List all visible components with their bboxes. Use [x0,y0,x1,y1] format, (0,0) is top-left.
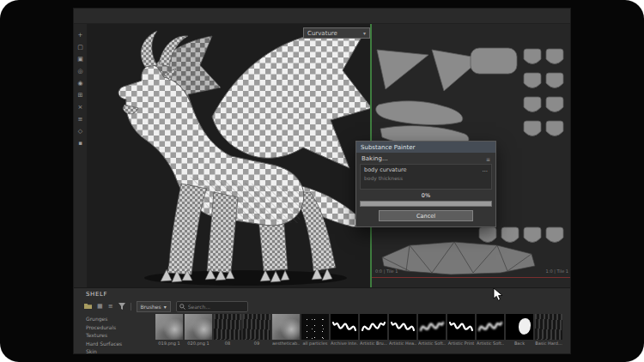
ellipsis-icon: … [483,166,489,173]
thumbnail-label: all particles [301,341,329,346]
shelf-toolbar: ▦ ≡ Brushes ▾ [84,300,248,312]
list-view-icon[interactable]: ≡ [108,304,113,310]
app-titlebar [74,9,570,24]
shelf-thumbnail[interactable]: Back [506,314,533,346]
toolbar-separator [131,303,131,311]
thumbnail-label: Artistic Soft... [418,341,446,346]
thumbnail-image [389,314,416,340]
tools-toolbar: + ▢ ▣ ◎ ◉ ⊞ × ≡ ◇ ▪ [74,24,87,287]
thumbnail-label: Artistic Bru... [360,341,387,346]
dialog-titlebar[interactable]: Substance Painter [356,142,495,153]
shelf-thumbnail[interactable]: 020.png 1 [185,314,212,346]
app-window: + ▢ ▣ ◎ ◉ ⊞ × ≡ ◇ ▪ [73,8,571,354]
grid-view-icon[interactable]: ▦ [97,304,103,310]
chevron-down-icon: ▾ [363,30,366,36]
channel-dropdown-label: Curvature [307,30,337,37]
close-tool-icon[interactable]: × [78,105,83,111]
shelf-thumbnail[interactable]: Artistic Bru... [360,314,387,346]
shelf-categories: Grunges Procedurals Textures Hard Surfac… [86,316,122,354]
thumbnail-label: 08 [214,341,241,346]
thumbnail-image [506,314,533,340]
device-frame: + ▢ ▣ ◎ ◉ ⊞ × ≡ ◇ ▪ [0,0,644,362]
dialog-title: Substance Painter [361,144,415,151]
shelf-thumbnail[interactable]: Archive Inte... [331,314,358,346]
thumbnail-label: Archive Inte... [331,341,358,346]
shelf-thumbnail[interactable]: 019.png 1 [155,314,183,346]
shelf-thumbnail[interactable]: Artistic Soft... [477,314,504,346]
thumbnail-image [360,314,387,340]
cancel-button[interactable]: Cancel [379,210,473,221]
viewport-3d[interactable]: Curvature ▾ [87,24,370,287]
thumbnail-image [477,314,504,340]
folder-icon[interactable] [84,303,92,310]
thumbnail-label: 019.png 1 [155,341,183,346]
thumbnail-label: Artistic Soft... [477,341,504,346]
shelf-thumbnail[interactable]: 09 [243,314,270,346]
progress-percent: 0% [356,192,495,199]
thumbnail-label: Artistic Hea... [389,341,416,346]
dragon-model [87,24,370,287]
mouse-cursor [493,287,505,302]
thumbnail-image [418,314,446,340]
diamond-tool-icon[interactable]: ◇ [78,129,82,135]
filter-icon[interactable] [118,303,125,310]
list-icon: ≡ [486,156,490,162]
thumbnail-label: Back [506,341,533,346]
thumbnail-image [185,314,212,340]
uv-axis-red [372,277,571,278]
category-skin[interactable]: Skin [86,348,122,354]
baking-task-panel: body curvature … body thickness [360,164,492,190]
chevron-down-icon: ▾ [164,304,167,310]
baking-dialog: Substance Painter Baking... ≡ body curva… [355,141,496,227]
thumbnail-label: Artistic Print [447,341,475,346]
thumbnail-image [155,314,183,340]
marquee-tool-icon[interactable]: ▢ [77,45,83,51]
thumbnail-image [272,314,300,340]
shelf-title: SHELF [86,291,107,298]
shelf-thumbnail[interactable]: Basic Hard... [535,314,562,346]
baking-next-task: body thickness [364,175,488,181]
grid-tool-icon[interactable]: ⊞ [78,93,83,99]
ring-tool-icon[interactable]: ◎ [77,69,82,75]
thumbnail-image [535,314,562,340]
thumbnail-image [447,314,475,340]
search-icon [179,304,185,310]
shelf-thumbnail[interactable]: Artistic Print [447,314,475,346]
uv-tile-label-right: 1:0 | Tile 1 [546,268,568,274]
thumbnail-label: aestheticab... [272,341,300,346]
shelf-thumbnail[interactable]: Artistic Hea... [389,314,416,346]
category-hard-surfaces[interactable]: Hard Surfaces [86,341,122,347]
progress-bar [360,201,492,207]
thumbnail-image [243,314,270,340]
shelf-category-dropdown[interactable]: Brushes ▾ [137,301,171,312]
add-tool-icon[interactable]: + [78,33,83,39]
baking-status-row: Baking... ≡ [356,153,495,164]
category-textures[interactable]: Textures [86,332,122,338]
thumbnail-image [214,314,241,340]
fill-tool-icon[interactable]: ▣ [77,57,83,63]
search-box[interactable] [176,301,248,312]
main-area: + ▢ ▣ ◎ ◉ ⊞ × ≡ ◇ ▪ [74,24,571,287]
shelf-thumbnail[interactable]: aestheticab... [272,314,300,346]
baking-status-text: Baking... [361,155,388,162]
shelf-thumbnail[interactable]: all particles [301,314,329,346]
thumbnail-label: 020.png 1 [185,341,212,346]
baking-task-name: body curvature [364,166,407,173]
thumbnail-label: Basic Hard... [535,341,562,346]
shelf-thumbnail[interactable]: 08 [214,314,241,346]
shelf-category-dropdown-label: Brushes [141,304,161,310]
thumbnail-image [331,314,358,340]
category-procedurals[interactable]: Procedurals [86,324,122,330]
thumbnail-label: 09 [243,341,270,346]
dot-tool-icon[interactable]: ▪ [78,141,82,147]
thumbnail-image [301,314,329,340]
channel-dropdown[interactable]: Curvature ▾ [303,27,370,39]
shelf-thumbnails: 019.png 1 020.png 1 08 09 aestheticab...… [155,314,569,346]
target-tool-icon[interactable]: ◉ [77,81,82,87]
shelf-thumbnail[interactable]: Artistic Soft... [418,314,446,346]
category-grunges[interactable]: Grunges [86,316,122,322]
search-input[interactable] [188,304,240,310]
uv-tile-label-left: 0:0 | Tile 1 [375,268,398,274]
menu-tool-icon[interactable]: ≡ [78,117,83,123]
